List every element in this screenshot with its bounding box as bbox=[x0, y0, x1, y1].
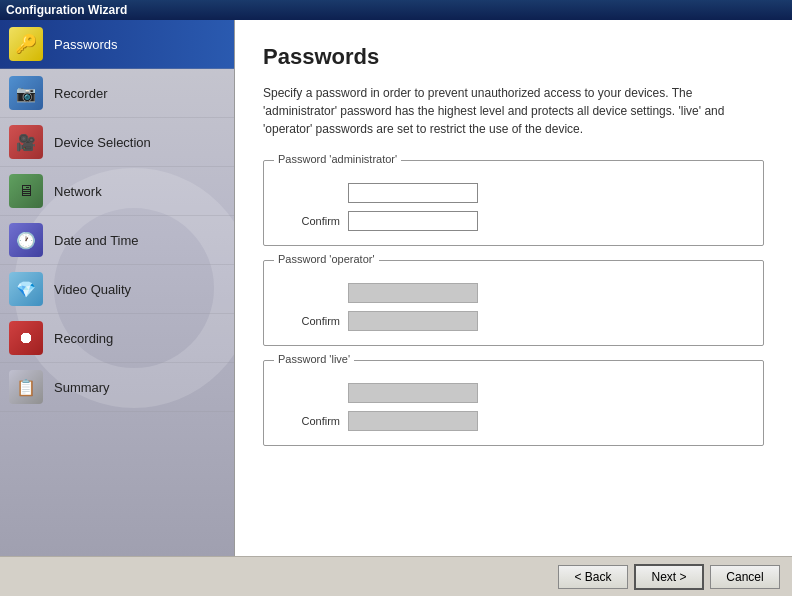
title-bar: Configuration Wizard bbox=[0, 0, 792, 20]
operator-legend: Password 'operator' bbox=[274, 253, 379, 265]
sidebar-item-network[interactable]: Network bbox=[0, 167, 234, 216]
sidebar-item-passwords[interactable]: Passwords bbox=[0, 20, 234, 69]
operator-confirm-input[interactable] bbox=[348, 311, 478, 331]
passwords-icon bbox=[8, 26, 44, 62]
cancel-button[interactable]: Cancel bbox=[710, 565, 780, 589]
administrator-password-row bbox=[280, 183, 747, 203]
administrator-password-input[interactable] bbox=[348, 183, 478, 203]
sidebar-label-passwords: Passwords bbox=[54, 37, 118, 52]
live-confirm-row: Confirm bbox=[280, 411, 747, 431]
page-description: Specify a password in order to prevent u… bbox=[263, 84, 743, 138]
next-button[interactable]: Next > bbox=[634, 564, 704, 590]
administrator-legend: Password 'administrator' bbox=[274, 153, 401, 165]
datetime-icon bbox=[8, 222, 44, 258]
sidebar-label-datetime: Date and Time bbox=[54, 233, 139, 248]
page-title: Passwords bbox=[263, 44, 764, 70]
content-area: Passwords Specify a password in order to… bbox=[235, 20, 792, 556]
recorder-icon bbox=[8, 75, 44, 111]
operator-confirm-label: Confirm bbox=[280, 315, 340, 327]
administrator-confirm-input[interactable] bbox=[348, 211, 478, 231]
sidebar-label-summary: Summary bbox=[54, 380, 110, 395]
sidebar-item-device-selection[interactable]: Device Selection bbox=[0, 118, 234, 167]
administrator-confirm-row: Confirm bbox=[280, 211, 747, 231]
sidebar-item-date-time[interactable]: Date and Time bbox=[0, 216, 234, 265]
sidebar-label-video: Video Quality bbox=[54, 282, 131, 297]
summary-icon bbox=[8, 369, 44, 405]
password-group-operator: Password 'operator' Confirm bbox=[263, 260, 764, 346]
live-password-row bbox=[280, 383, 747, 403]
sidebar-item-summary[interactable]: Summary bbox=[0, 363, 234, 412]
live-password-input[interactable] bbox=[348, 383, 478, 403]
network-icon bbox=[8, 173, 44, 209]
sidebar-item-video-quality[interactable]: Video Quality bbox=[0, 265, 234, 314]
live-confirm-input[interactable] bbox=[348, 411, 478, 431]
sidebar-label-network: Network bbox=[54, 184, 102, 199]
bottom-bar: < Back Next > Cancel bbox=[0, 556, 792, 596]
recording-icon bbox=[8, 320, 44, 356]
operator-password-input[interactable] bbox=[348, 283, 478, 303]
main-container: Passwords Recorder Device Selection Netw… bbox=[0, 20, 792, 556]
sidebar-item-recorder[interactable]: Recorder bbox=[0, 69, 234, 118]
video-icon bbox=[8, 271, 44, 307]
live-legend: Password 'live' bbox=[274, 353, 354, 365]
administrator-confirm-label: Confirm bbox=[280, 215, 340, 227]
sidebar-label-device: Device Selection bbox=[54, 135, 151, 150]
password-group-live: Password 'live' Confirm bbox=[263, 360, 764, 446]
back-button[interactable]: < Back bbox=[558, 565, 628, 589]
sidebar-label-recording: Recording bbox=[54, 331, 113, 346]
sidebar-item-recording[interactable]: Recording bbox=[0, 314, 234, 363]
sidebar: Passwords Recorder Device Selection Netw… bbox=[0, 20, 235, 556]
title-bar-label: Configuration Wizard bbox=[6, 3, 127, 17]
live-confirm-label: Confirm bbox=[280, 415, 340, 427]
sidebar-label-recorder: Recorder bbox=[54, 86, 107, 101]
device-icon bbox=[8, 124, 44, 160]
password-group-administrator: Password 'administrator' Confirm bbox=[263, 160, 764, 246]
operator-password-row bbox=[280, 283, 747, 303]
operator-confirm-row: Confirm bbox=[280, 311, 747, 331]
